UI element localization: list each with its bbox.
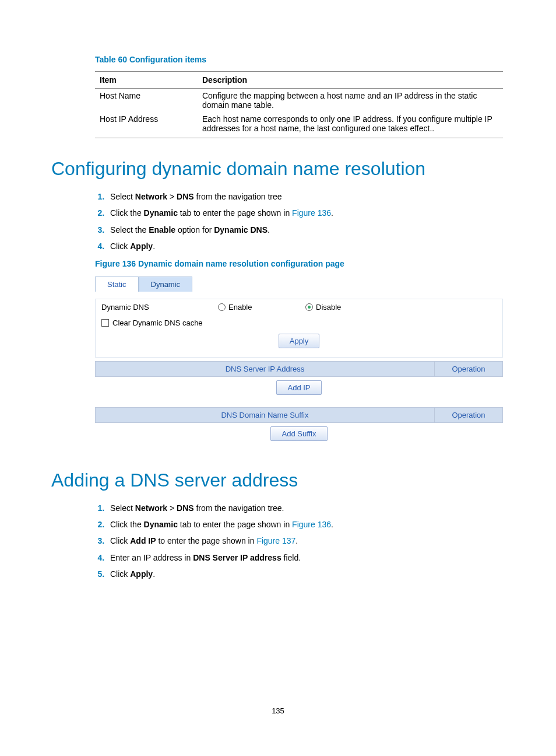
- step-1: Select Network > DNS from the navigation…: [107, 190, 505, 203]
- clear-cache-row[interactable]: Clear Dynamic DNS cache: [96, 315, 502, 331]
- dns-suffix-grid: DNS Domain Name Suffix Operation: [95, 407, 503, 423]
- cell-item: Host Name: [95, 89, 198, 113]
- radio-disable[interactable]: Disable: [305, 303, 393, 312]
- tab-static[interactable]: Static: [95, 276, 139, 292]
- cell-item: Host IP Address: [95, 112, 198, 138]
- cell-desc: Each host name corresponds to only one I…: [198, 112, 503, 138]
- step-4: Click Apply.: [107, 240, 505, 253]
- label-dynamic-dns: Dynamic DNS: [101, 303, 218, 312]
- figure-136: Static Dynamic Dynamic DNS Enable Disabl…: [95, 276, 503, 450]
- col-dns-domain-suffix: DNS Domain Name Suffix: [96, 407, 435, 422]
- page-number: 135: [0, 706, 556, 715]
- col-operation: Operation: [435, 361, 503, 376]
- checkbox-icon: [101, 319, 109, 327]
- steps-adding: Select Network > DNS from the navigation…: [95, 502, 505, 581]
- step-2: Click the Dynamic tab to enter the page …: [107, 518, 505, 531]
- apply-button[interactable]: Apply: [279, 334, 320, 348]
- table-row: Host IP Address Each host name correspon…: [95, 112, 503, 138]
- section-heading-configuring: Configuring dynamic domain name resoluti…: [51, 158, 505, 180]
- table-row: Host Name Configure the mapping between …: [95, 89, 503, 113]
- table-60-title: Table 60 Configuration items: [95, 55, 505, 64]
- steps-configuring: Select Network > DNS from the navigation…: [95, 190, 505, 253]
- label-clear-cache: Clear Dynamic DNS cache: [112, 318, 203, 327]
- step-3: Select the Enable option for Dynamic DNS…: [107, 223, 505, 236]
- dynamic-dns-panel: Dynamic DNS Enable Disable Clear Dynamic…: [95, 299, 503, 358]
- add-suffix-button[interactable]: Add Suffix: [270, 426, 327, 441]
- col-operation: Operation: [435, 407, 503, 422]
- tab-bar: Static Dynamic: [95, 276, 503, 292]
- figure-136-title: Figure 136 Dynamic domain name resolutio…: [95, 259, 505, 268]
- section-heading-adding: Adding a DNS server address: [51, 470, 505, 491]
- step-4: Enter an IP address in DNS Server IP add…: [107, 551, 505, 564]
- step-3: Click Add IP to enter the page shown in …: [107, 534, 505, 547]
- table-60: Item Description Host Name Configure the…: [95, 71, 503, 138]
- step-2: Click the Dynamic tab to enter the page …: [107, 206, 505, 219]
- radio-icon: [218, 303, 226, 311]
- figure-136-link[interactable]: Figure 136: [292, 520, 331, 529]
- figure-137-link[interactable]: Figure 137: [256, 536, 295, 545]
- step-1: Select Network > DNS from the navigation…: [107, 502, 505, 514]
- radio-enable[interactable]: Enable: [218, 303, 305, 312]
- cell-desc: Configure the mapping between a host nam…: [198, 89, 503, 113]
- th-item: Item: [95, 72, 198, 89]
- step-5: Click Apply.: [107, 568, 505, 580]
- th-description: Description: [198, 72, 503, 89]
- figure-136-link[interactable]: Figure 136: [292, 208, 331, 218]
- radio-icon: [305, 303, 313, 311]
- tab-dynamic[interactable]: Dynamic: [139, 276, 193, 292]
- radio-label-enable: Enable: [228, 303, 252, 312]
- dns-server-grid: DNS Server IP Address Operation: [95, 361, 503, 377]
- col-dns-server-ip: DNS Server IP Address: [96, 361, 435, 376]
- radio-label-disable: Disable: [316, 303, 341, 312]
- add-ip-button[interactable]: Add IP: [276, 380, 321, 395]
